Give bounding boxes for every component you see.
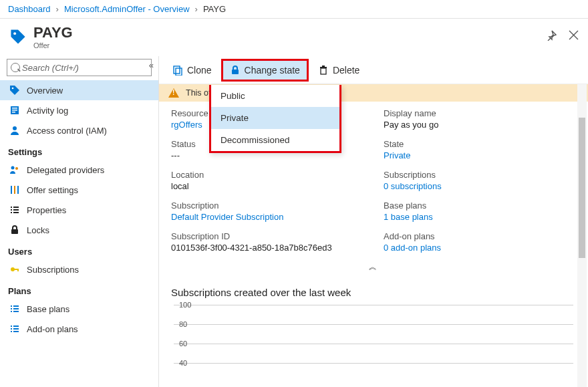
status-value: --- bbox=[171, 150, 180, 160]
svg-rect-21 bbox=[17, 269, 19, 271]
expand-toggle[interactable]: ︽ bbox=[159, 259, 588, 275]
svg-rect-38 bbox=[320, 67, 327, 68]
subscription-id-value: 0101536f-3f00-4321-a850-18a7b8c76ed3 bbox=[171, 243, 332, 253]
sidebar-item-properties[interactable]: Properties bbox=[0, 200, 158, 220]
blade-header: PAYG Offer bbox=[0, 19, 588, 56]
people-icon bbox=[9, 164, 20, 175]
svg-rect-29 bbox=[13, 326, 19, 327]
log-icon bbox=[9, 105, 20, 116]
chart-title: Subscriptions created over the last week bbox=[159, 275, 588, 305]
svg-rect-23 bbox=[13, 305, 19, 307]
sidebar: « Search (Ctrl+/) Overview Activity log … bbox=[0, 56, 159, 387]
svg-rect-10 bbox=[14, 186, 15, 194]
svg-rect-28 bbox=[11, 326, 12, 327]
scrollbar-thumb[interactable] bbox=[579, 118, 585, 258]
svg-point-8 bbox=[15, 167, 18, 170]
sidebar-item-label: Subscriptions bbox=[27, 265, 79, 275]
change-state-menu: Public Private Decommissioned bbox=[209, 85, 341, 153]
warning-text: This of bbox=[186, 88, 211, 98]
display-name-value: Pay as you go bbox=[384, 120, 438, 130]
page-title: PAYG bbox=[33, 24, 73, 41]
y-tick: 80 bbox=[179, 320, 187, 328]
search-placeholder: Search (Ctrl+/) bbox=[22, 63, 79, 73]
tag-icon bbox=[9, 85, 20, 96]
crumb-parent[interactable]: Microsoft.AdminOffer - Overview bbox=[64, 4, 190, 14]
breadcrumb: Dashboard › Microsoft.AdminOffer - Overv… bbox=[0, 0, 588, 19]
svg-rect-30 bbox=[11, 328, 12, 330]
crumb-dashboard[interactable]: Dashboard bbox=[8, 4, 51, 14]
prop-label: Base plans bbox=[384, 201, 576, 211]
addon-plans-link[interactable]: 0 add-on plans bbox=[384, 243, 441, 253]
sidebar-item-addon-plans[interactable]: Add-on plans bbox=[0, 319, 158, 339]
sidebar-item-subscriptions[interactable]: Subscriptions bbox=[0, 259, 158, 279]
svg-point-1 bbox=[12, 88, 14, 90]
svg-rect-11 bbox=[17, 186, 19, 194]
subscription-link[interactable]: Default Provider Subscription bbox=[171, 212, 283, 222]
toolbar: Clone Change state Delete bbox=[159, 56, 588, 84]
trash-icon bbox=[318, 65, 329, 76]
svg-rect-12 bbox=[11, 207, 12, 208]
svg-rect-3 bbox=[12, 108, 17, 109]
sidebar-item-offer-settings[interactable]: Offer settings bbox=[0, 180, 158, 200]
list-icon bbox=[9, 205, 20, 215]
sidebar-group-plans: Plans bbox=[0, 279, 158, 299]
resource-group-link[interactable]: rgOffers bbox=[171, 120, 202, 130]
prop-label: State bbox=[384, 139, 576, 149]
menu-item-private[interactable]: Private bbox=[211, 107, 339, 129]
search-input[interactable]: Search (Ctrl+/) bbox=[7, 59, 152, 76]
sidebar-item-overview[interactable]: Overview bbox=[0, 80, 158, 100]
pin-icon[interactable] bbox=[546, 30, 557, 44]
prop-label: Subscriptions bbox=[384, 170, 576, 180]
prop-label: Subscription bbox=[171, 201, 363, 211]
list-icon bbox=[9, 324, 20, 334]
svg-rect-31 bbox=[13, 328, 19, 330]
svg-point-6 bbox=[13, 126, 17, 130]
sidebar-item-label: Add-on plans bbox=[27, 324, 78, 334]
crumb-sep: › bbox=[56, 4, 59, 14]
svg-rect-39 bbox=[322, 66, 325, 67]
subscriptions-link[interactable]: 0 subscriptions bbox=[384, 181, 442, 191]
svg-rect-15 bbox=[13, 209, 19, 211]
close-icon[interactable] bbox=[569, 30, 579, 44]
prop-label: Subscription ID bbox=[171, 231, 363, 241]
sidebar-item-delegated-providers[interactable]: Delegated providers bbox=[0, 160, 158, 180]
prop-label: Add-on plans bbox=[384, 231, 576, 241]
sidebar-item-label: Locks bbox=[27, 225, 49, 235]
svg-rect-13 bbox=[13, 207, 19, 208]
content-pane: Clone Change state Delete Public Private… bbox=[159, 56, 588, 387]
scrollbar-vertical[interactable] bbox=[577, 84, 587, 387]
sidebar-item-access-control[interactable]: Access control (IAM) bbox=[0, 120, 158, 140]
svg-rect-36 bbox=[232, 70, 239, 74]
svg-rect-5 bbox=[12, 112, 15, 113]
svg-rect-25 bbox=[13, 308, 19, 309]
key-icon bbox=[9, 264, 20, 275]
svg-rect-22 bbox=[11, 305, 12, 307]
base-plans-link[interactable]: 1 base plans bbox=[384, 212, 433, 222]
sidebar-item-base-plans[interactable]: Base plans bbox=[0, 299, 158, 319]
y-tick: 40 bbox=[179, 359, 187, 367]
location-value: local bbox=[171, 181, 189, 191]
svg-rect-4 bbox=[12, 110, 17, 111]
menu-item-decommissioned[interactable]: Decommissioned bbox=[211, 129, 339, 151]
sidebar-item-label: Activity log bbox=[27, 106, 68, 116]
sidebar-item-locks[interactable]: Locks bbox=[0, 220, 158, 240]
delete-button[interactable]: Delete bbox=[311, 61, 366, 80]
sidebar-item-label: Delegated providers bbox=[27, 165, 104, 175]
list-icon bbox=[9, 303, 20, 314]
menu-item-public[interactable]: Public bbox=[211, 85, 339, 107]
y-tick: 100 bbox=[179, 301, 191, 309]
lock-icon bbox=[230, 65, 241, 76]
sidebar-item-activity-log[interactable]: Activity log bbox=[0, 100, 158, 120]
lock-icon bbox=[9, 225, 20, 235]
svg-rect-24 bbox=[11, 308, 12, 309]
clone-button[interactable]: Clone bbox=[166, 61, 218, 80]
svg-rect-27 bbox=[13, 311, 19, 312]
subscriptions-chart: 100 80 60 40 bbox=[174, 305, 573, 382]
sidebar-item-label: Overview bbox=[27, 86, 63, 96]
sidebar-item-label: Offer settings bbox=[27, 185, 78, 195]
person-icon bbox=[9, 125, 20, 136]
change-state-button[interactable]: Change state bbox=[221, 59, 309, 82]
svg-rect-35 bbox=[176, 68, 182, 76]
state-link[interactable]: Private bbox=[384, 150, 410, 160]
sidebar-group-users: Users bbox=[0, 240, 158, 259]
